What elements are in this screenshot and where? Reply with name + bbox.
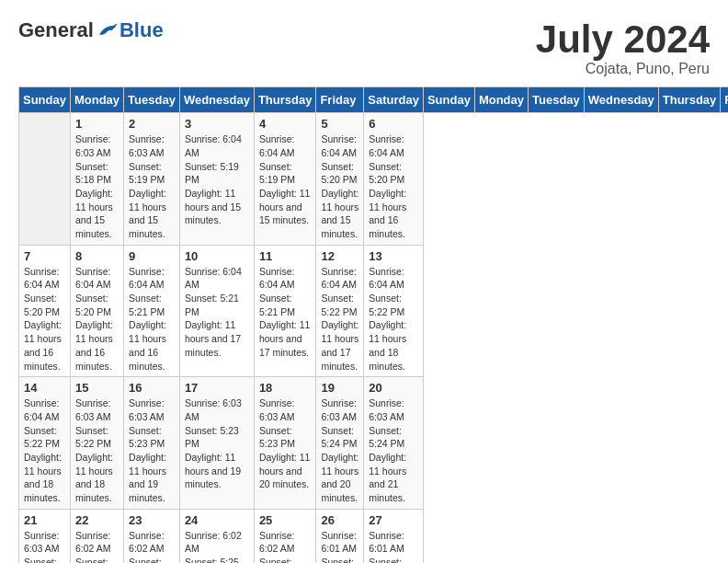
day-number: 7 xyxy=(24,249,65,263)
calendar-cell: 6Sunrise: 6:04 AMSunset: 5:20 PMDaylight… xyxy=(364,113,424,246)
day-info: Sunrise: 6:04 AMSunset: 5:22 PMDaylight:… xyxy=(24,396,65,505)
logo-blue-text: Blue xyxy=(119,18,164,42)
day-number: 25 xyxy=(259,513,312,527)
day-number: 19 xyxy=(321,381,358,395)
day-info: Sunrise: 6:02 AMSunset: 5:24 PMDaylight:… xyxy=(75,529,119,563)
day-header-tuesday: Tuesday xyxy=(529,87,585,113)
month-year-title: July 2024 xyxy=(536,18,710,61)
day-header-friday: Friday xyxy=(721,87,728,113)
day-header-wednesday: Wednesday xyxy=(584,87,658,113)
calendar-cell: 14Sunrise: 6:04 AMSunset: 5:22 PMDayligh… xyxy=(19,377,71,510)
calendar-cell: 19Sunrise: 6:03 AMSunset: 5:24 PMDayligh… xyxy=(316,377,364,510)
day-number: 1 xyxy=(75,117,119,131)
calendar-cell: 23Sunrise: 6:02 AMSunset: 5:25 PMDayligh… xyxy=(124,509,180,563)
calendar-table: SundayMondayTuesdayWednesdayThursdayFrid… xyxy=(18,86,728,563)
day-number: 12 xyxy=(321,249,358,263)
calendar-week-row: 1Sunrise: 6:03 AMSunset: 5:18 PMDaylight… xyxy=(19,113,729,246)
logo: General Blue xyxy=(18,18,164,42)
day-info: Sunrise: 6:04 AMSunset: 5:20 PMDaylight:… xyxy=(75,265,119,373)
day-info: Sunrise: 6:03 AMSunset: 5:23 PMDaylight:… xyxy=(185,396,249,491)
calendar-cell: 12Sunrise: 6:04 AMSunset: 5:22 PMDayligh… xyxy=(316,245,364,377)
day-number: 17 xyxy=(185,381,249,395)
calendar-week-row: 14Sunrise: 6:04 AMSunset: 5:22 PMDayligh… xyxy=(19,377,729,510)
day-number: 18 xyxy=(259,381,312,395)
logo-general-text: General xyxy=(18,18,94,42)
day-number: 15 xyxy=(75,381,119,395)
day-number: 23 xyxy=(129,513,175,527)
day-number: 13 xyxy=(369,249,418,263)
calendar-cell: 10Sunrise: 6:04 AMSunset: 5:21 PMDayligh… xyxy=(179,245,254,377)
calendar-cell: 4Sunrise: 6:04 AMSunset: 5:19 PMDaylight… xyxy=(254,113,316,246)
calendar-day-header: Thursday xyxy=(254,87,316,113)
page-header: General Blue July 2024 Cojata, Puno, Per… xyxy=(18,18,710,77)
day-number: 22 xyxy=(75,513,119,527)
calendar-week-row: 21Sunrise: 6:03 AMSunset: 5:24 PMDayligh… xyxy=(19,509,729,563)
calendar-week-row: 7Sunrise: 6:04 AMSunset: 5:20 PMDaylight… xyxy=(19,245,729,377)
calendar-day-header: Tuesday xyxy=(124,87,180,113)
day-info: Sunrise: 6:04 AMSunset: 5:19 PMDaylight:… xyxy=(259,132,312,227)
day-info: Sunrise: 6:04 AMSunset: 5:20 PMDaylight:… xyxy=(24,265,65,373)
day-number: 3 xyxy=(185,117,249,131)
calendar-cell: 25Sunrise: 6:02 AMSunset: 5:25 PMDayligh… xyxy=(254,509,316,563)
day-number: 26 xyxy=(321,513,358,527)
calendar-day-header: Wednesday xyxy=(179,87,254,113)
day-info: Sunrise: 6:01 AMSunset: 5:26 PMDaylight:… xyxy=(321,529,358,563)
day-info: Sunrise: 6:04 AMSunset: 5:21 PMDaylight:… xyxy=(185,265,249,360)
day-header-thursday: Thursday xyxy=(658,87,721,113)
calendar-day-header: Saturday xyxy=(364,87,424,113)
day-number: 24 xyxy=(185,513,249,527)
day-info: Sunrise: 6:03 AMSunset: 5:23 PMDaylight:… xyxy=(259,396,312,491)
day-number: 27 xyxy=(369,513,418,527)
title-section: July 2024 Cojata, Puno, Peru xyxy=(536,18,710,77)
day-number: 20 xyxy=(369,381,418,395)
calendar-day-header: Monday xyxy=(70,87,123,113)
day-info: Sunrise: 6:04 AMSunset: 5:20 PMDaylight:… xyxy=(321,132,358,241)
calendar-cell: 15Sunrise: 6:03 AMSunset: 5:22 PMDayligh… xyxy=(70,377,123,510)
day-info: Sunrise: 6:02 AMSunset: 5:25 PMDaylight:… xyxy=(129,529,175,563)
day-number: 14 xyxy=(24,381,65,395)
calendar-cell: 27Sunrise: 6:01 AMSunset: 5:26 PMDayligh… xyxy=(364,509,424,563)
day-info: Sunrise: 6:04 AMSunset: 5:22 PMDaylight:… xyxy=(369,265,418,373)
day-info: Sunrise: 6:03 AMSunset: 5:18 PMDaylight:… xyxy=(75,132,119,241)
day-info: Sunrise: 6:01 AMSunset: 5:26 PMDaylight:… xyxy=(369,529,418,563)
calendar-cell xyxy=(19,113,71,246)
calendar-cell: 2Sunrise: 6:03 AMSunset: 5:19 PMDaylight… xyxy=(124,113,180,246)
day-number: 11 xyxy=(259,249,312,263)
calendar-cell: 13Sunrise: 6:04 AMSunset: 5:22 PMDayligh… xyxy=(364,245,424,377)
calendar-cell: 18Sunrise: 6:03 AMSunset: 5:23 PMDayligh… xyxy=(254,377,316,510)
calendar-cell: 9Sunrise: 6:04 AMSunset: 5:21 PMDaylight… xyxy=(124,245,180,377)
day-number: 16 xyxy=(129,381,175,395)
day-header-sunday: Sunday xyxy=(423,87,474,113)
day-info: Sunrise: 6:03 AMSunset: 5:19 PMDaylight:… xyxy=(129,132,175,241)
calendar-cell: 24Sunrise: 6:02 AMSunset: 5:25 PMDayligh… xyxy=(179,509,254,563)
day-info: Sunrise: 6:04 AMSunset: 5:22 PMDaylight:… xyxy=(321,265,358,373)
day-info: Sunrise: 6:04 AMSunset: 5:21 PMDaylight:… xyxy=(259,265,312,360)
location-text: Cojata, Puno, Peru xyxy=(536,61,710,77)
calendar-cell: 26Sunrise: 6:01 AMSunset: 5:26 PMDayligh… xyxy=(316,509,364,563)
day-info: Sunrise: 6:03 AMSunset: 5:24 PMDaylight:… xyxy=(369,396,418,505)
day-info: Sunrise: 6:03 AMSunset: 5:24 PMDaylight:… xyxy=(321,396,358,505)
day-number: 8 xyxy=(75,249,119,263)
day-number: 5 xyxy=(321,117,358,131)
calendar-cell: 17Sunrise: 6:03 AMSunset: 5:23 PMDayligh… xyxy=(179,377,254,510)
calendar-cell: 7Sunrise: 6:04 AMSunset: 5:20 PMDaylight… xyxy=(19,245,71,377)
day-info: Sunrise: 6:04 AMSunset: 5:20 PMDaylight:… xyxy=(369,132,418,241)
calendar-cell: 20Sunrise: 6:03 AMSunset: 5:24 PMDayligh… xyxy=(364,377,424,510)
day-number: 2 xyxy=(129,117,175,131)
day-number: 4 xyxy=(259,117,312,131)
calendar-cell: 3Sunrise: 6:04 AMSunset: 5:19 PMDaylight… xyxy=(179,113,254,246)
logo-bird-icon xyxy=(96,21,118,40)
calendar-cell: 21Sunrise: 6:03 AMSunset: 5:24 PMDayligh… xyxy=(19,509,71,563)
day-number: 9 xyxy=(129,249,175,263)
calendar-cell: 1Sunrise: 6:03 AMSunset: 5:18 PMDaylight… xyxy=(70,113,123,246)
calendar-cell: 16Sunrise: 6:03 AMSunset: 5:23 PMDayligh… xyxy=(124,377,180,510)
calendar-cell: 5Sunrise: 6:04 AMSunset: 5:20 PMDaylight… xyxy=(316,113,364,246)
day-number: 6 xyxy=(369,117,418,131)
day-info: Sunrise: 6:02 AMSunset: 5:25 PMDaylight:… xyxy=(259,529,312,563)
day-info: Sunrise: 6:03 AMSunset: 5:22 PMDaylight:… xyxy=(75,396,119,505)
day-number: 21 xyxy=(24,513,65,527)
day-info: Sunrise: 6:04 AMSunset: 5:19 PMDaylight:… xyxy=(185,132,249,227)
day-info: Sunrise: 6:04 AMSunset: 5:21 PMDaylight:… xyxy=(129,265,175,373)
calendar-cell: 8Sunrise: 6:04 AMSunset: 5:20 PMDaylight… xyxy=(70,245,123,377)
day-number: 10 xyxy=(185,249,249,263)
